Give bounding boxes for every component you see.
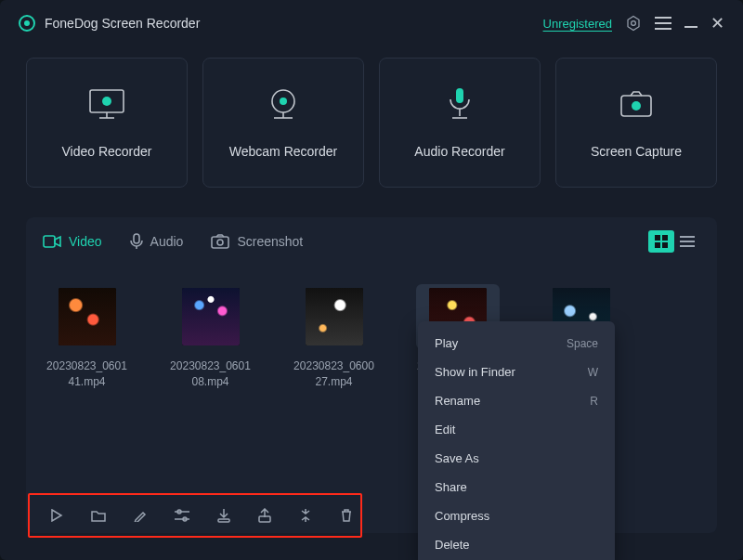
menu-label: Show in Finder [435,365,515,379]
list-view-button[interactable] [674,230,700,253]
recorder-cards: Video Recorder Webcam Recorder Audio Rec… [0,46,743,188]
menu-shortcut: Space [567,337,598,350]
menu-label: Compress [435,509,489,523]
menu-shortcut: W [588,366,598,379]
monitor-record-icon [85,86,129,124]
media-item[interactable]: 20230823_0601 41.mp4 [43,284,131,390]
media-filename: 20230823_0600 27.mp4 [293,358,374,390]
menu-label: Share [435,480,467,494]
menu-edit[interactable]: Edit [418,415,615,444]
menu-label: Save As [435,451,479,465]
play-icon[interactable] [50,507,63,524]
svg-rect-24 [662,242,668,248]
menu-shortcut: R [590,395,598,408]
brand: FoneDog Screen Recorder [19,15,200,32]
compress-icon[interactable] [299,507,312,524]
media-filename: 20230823_0601 41.mp4 [46,358,127,390]
svg-rect-19 [212,237,228,248]
svg-point-15 [632,101,641,111]
menu-icon[interactable] [655,15,671,32]
media-toolbar [28,493,362,538]
screen-capture-card[interactable]: Screen Capture [555,58,717,188]
minimize-icon[interactable] [684,26,697,28]
webcam-icon [261,86,306,124]
menu-compress[interactable]: Compress [418,501,615,530]
grid-view-button[interactable] [648,230,674,253]
media-item[interactable]: 20230823_0600 27.mp4 [290,284,378,390]
svg-rect-22 [662,235,668,241]
gear-icon[interactable] [625,15,642,32]
card-label: Video Recorder [61,144,151,159]
thumbnail-icon [306,288,363,345]
trash-icon[interactable] [340,507,353,524]
tab-label: Video [69,234,102,249]
tab-audio[interactable]: Audio [130,233,184,250]
registration-status-link[interactable]: Unregistered [543,17,612,31]
context-menu: PlaySpace Show in FinderW RenameR Edit S… [418,321,615,560]
svg-point-20 [217,240,223,245]
menu-save-as[interactable]: Save As [418,444,615,473]
svg-rect-11 [456,88,463,103]
sliders-icon[interactable] [175,507,189,524]
close-icon[interactable]: ✕ [710,15,724,32]
svg-marker-0 [628,17,639,31]
menu-label: Play [435,336,458,350]
media-item[interactable]: 20230823_0601 08.mp4 [166,284,254,390]
panel-tabs: Video Audio Screenshot [26,217,717,260]
audio-recorder-card[interactable]: Audio Recorder [379,58,541,188]
card-label: Webcam Recorder [229,144,337,159]
download-icon[interactable] [217,507,230,524]
card-label: Screen Capture [591,144,682,159]
microphone-icon [437,86,482,124]
tab-label: Audio [150,234,184,249]
menu-show-in-finder[interactable]: Show in FinderW [418,358,615,386]
svg-marker-28 [52,510,61,521]
folder-icon[interactable] [91,507,106,524]
titlebar-actions: Unregistered ✕ [543,15,724,32]
card-label: Audio Recorder [414,144,504,159]
svg-point-1 [632,21,636,26]
media-filename: 20230823_0601 08.mp4 [170,358,251,390]
menu-label: Rename [435,394,480,408]
menu-rename[interactable]: RenameR [418,386,615,415]
svg-rect-16 [44,236,55,247]
share-icon[interactable] [258,507,271,524]
thumbnail-icon [59,288,116,345]
svg-rect-33 [218,519,229,522]
svg-rect-21 [655,235,660,241]
tab-screenshot[interactable]: Screenshot [211,234,303,249]
titlebar: FoneDog Screen Recorder Unregistered ✕ [0,0,743,46]
view-toggle [648,230,700,253]
svg-point-10 [280,98,287,105]
menu-play[interactable]: PlaySpace [418,329,615,358]
tab-video[interactable]: Video [43,234,102,249]
menu-share[interactable]: Share [418,473,615,501]
edit-icon[interactable] [134,507,147,524]
thumbnail-icon [182,288,240,345]
webcam-recorder-card[interactable]: Webcam Recorder [202,58,364,188]
svg-point-8 [102,97,111,106]
menu-label: Edit [435,423,455,436]
svg-rect-23 [655,242,660,248]
menu-delete[interactable]: Delete [418,530,615,559]
video-recorder-card[interactable]: Video Recorder [26,58,188,188]
menu-label: Delete [435,538,470,552]
app-title: FoneDog Screen Recorder [45,16,200,31]
app-logo-icon [19,15,35,32]
app-window: FoneDog Screen Recorder Unregistered ✕ [0,0,743,560]
camera-icon [614,86,658,124]
tab-label: Screenshot [237,234,303,249]
svg-rect-17 [134,234,139,243]
